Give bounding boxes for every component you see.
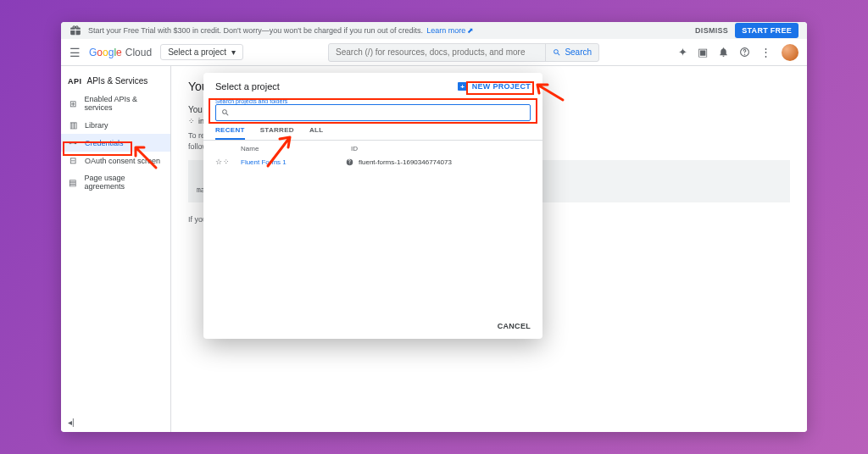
sidebar-item-enabled-apis[interactable]: ⊞Enabled APIs & services [61,91,170,116]
new-project-button[interactable]: + NEW PROJECT [458,82,531,91]
free-trial-banner: Start your Free Trial with $300 in credi… [61,22,807,39]
sidebar-item-agreements[interactable]: ▤Page usage agreements [61,169,170,195]
project-chip-icon: ⁘ [188,117,195,125]
nav-menu-icon[interactable]: ☰ [70,46,81,59]
api-icon: API [68,77,82,86]
search-icon [553,48,561,57]
search-icon [221,108,230,117]
svg-point-1 [744,54,745,55]
info-icon[interactable] [346,158,353,166]
gift-icon [70,25,81,36]
project-id: fluent-forms-1-1690346774073 [359,158,452,166]
gemini-icon[interactable]: ✦ [678,46,687,58]
dashboard-icon: ⊞ [68,99,77,108]
dialog-column-headers: Name ID [203,141,542,155]
global-search-bar[interactable]: Search [328,43,599,62]
consent-icon: ⊟ [68,156,78,165]
agreement-icon: ▤ [68,178,77,187]
project-name-link[interactable]: Fluent Forms 1 [241,158,351,166]
help-icon[interactable] [739,47,750,58]
notifications-icon[interactable] [718,47,729,58]
trial-text: Start your Free Trial with $300 in credi… [88,26,423,35]
search-button[interactable]: Search [545,44,598,61]
dismiss-button[interactable]: DISMISS [695,26,728,35]
dialog-tabs: RECENT STARRED ALL [203,121,542,141]
cloud-shell-icon[interactable]: ▣ [698,46,708,58]
learn-more-link[interactable]: Learn more⬈ [426,26,474,35]
cancel-button[interactable]: CANCEL [498,322,531,330]
dialog-search-label: Search projects and folders [215,98,531,104]
external-link-icon: ⬈ [467,26,474,35]
chevron-down-icon: ▾ [231,47,236,57]
more-icon[interactable]: ⋮ [760,46,771,58]
col-id: ID [351,145,358,152]
collapse-sidebar-icon[interactable]: ◂| [68,418,75,427]
tab-recent[interactable]: RECENT [215,126,245,140]
tab-all[interactable]: ALL [309,126,323,140]
library-icon: ▥ [68,120,78,130]
new-project-icon: + [458,82,468,91]
account-avatar[interactable] [782,44,798,61]
sidebar-heading[interactable]: API APIs & Services [61,71,170,91]
project-row[interactable]: ☆ ⁘ Fluent Forms 1 fluent-forms-1-169034… [203,155,542,169]
sidebar: API APIs & Services ⊞Enabled APIs & serv… [61,66,171,432]
star-icon[interactable]: ☆ ⁘ [215,158,241,166]
dialog-search-field[interactable] [215,104,531,121]
global-search-input[interactable] [329,47,545,57]
top-bar: ☰ Google Cloud Select a project ▾ Search… [61,39,807,66]
dialog-title: Select a project [215,81,280,91]
tab-starred[interactable]: STARRED [260,126,294,140]
google-cloud-logo[interactable]: Google Cloud [89,47,152,58]
sidebar-item-oauth[interactable]: ⊟OAuth consent screen [61,152,170,169]
col-name: Name [215,145,351,152]
sidebar-item-credentials[interactable]: ⊶Credentials [61,134,170,152]
sidebar-item-library[interactable]: ▥Library [61,116,170,134]
start-free-button[interactable]: START FREE [735,23,798,38]
select-project-dialog: Select a project + NEW PROJECT Search pr… [203,73,542,339]
project-selector-button[interactable]: Select a project ▾ [160,44,243,60]
key-icon: ⊶ [68,138,78,147]
